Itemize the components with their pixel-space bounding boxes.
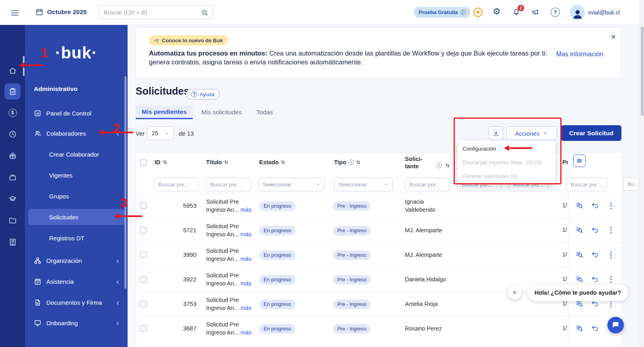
- preview-button[interactable]: [574, 225, 584, 235]
- sidebar-scrollbar-thumb[interactable]: [124, 76, 126, 289]
- filter-input-right[interactable]: [566, 178, 607, 191]
- rail-item-documents[interactable]: [4, 212, 21, 228]
- page-size-select[interactable]: 25: [147, 126, 174, 140]
- row-checkbox[interactable]: [140, 252, 147, 258]
- tab-mis-solicitudes[interactable]: Mis solicitudes: [195, 105, 248, 119]
- sidebar-item-grupos[interactable]: Grupos: [28, 188, 125, 204]
- column-header-solicitante[interactable]: Solici- tante: [405, 155, 423, 170]
- sidebar-item-asistencia[interactable]: Asistencia ‹: [28, 273, 125, 289]
- crear-solicitud-button[interactable]: Crear Solicitud: [561, 125, 621, 141]
- sort-icon[interactable]: [163, 160, 167, 165]
- row-checkbox[interactable]: [140, 202, 147, 209]
- column-header-tipo[interactable]: Tipo ?: [334, 159, 361, 165]
- month-picker[interactable]: Octubre 2025: [35, 8, 87, 16]
- row-more-link[interactable]: más: [240, 207, 251, 213]
- sidebar-item-onboarding[interactable]: Onboarding ‹: [28, 315, 125, 331]
- preview-button[interactable]: [574, 274, 584, 284]
- banner-more-info-link[interactable]: Mas información: [556, 51, 603, 58]
- scrollbar-thumb[interactable]: [641, 27, 644, 116]
- row-progress: 1/: [562, 276, 567, 282]
- trial-badge-label: Prueba Gratuita: [419, 9, 458, 15]
- user-email[interactable]: svial@buk.cl: [588, 9, 620, 16]
- column-header-titulo[interactable]: Título: [206, 159, 229, 165]
- filter-input-solicitante[interactable]: [405, 178, 450, 191]
- sidebar-item-registros-dt[interactable]: Registros DT: [28, 230, 125, 246]
- settings-button[interactable]: ⚙: [493, 6, 501, 17]
- undo-button[interactable]: [590, 323, 600, 333]
- column-settings-button[interactable]: [573, 155, 586, 167]
- help-button[interactable]: ?: [551, 8, 560, 17]
- banner-close-icon[interactable]: ×: [611, 32, 616, 41]
- chat-fab[interactable]: [607, 317, 624, 333]
- chat-dismiss-button[interactable]: ×: [508, 285, 522, 299]
- rail-item-attendance[interactable]: [4, 126, 21, 142]
- undo-button[interactable]: [590, 274, 600, 284]
- row-checkbox[interactable]: [140, 325, 147, 332]
- rail-item-company[interactable]: [4, 234, 21, 250]
- undo-button[interactable]: [590, 200, 600, 210]
- avatar[interactable]: [570, 5, 585, 20]
- search-icon[interactable]: [201, 9, 208, 17]
- ayuda-button[interactable]: ? Ayuda: [186, 89, 220, 99]
- undo-button[interactable]: [590, 225, 600, 235]
- rail-item-talent[interactable]: [4, 169, 21, 185]
- preview-button[interactable]: [574, 250, 584, 259]
- rail-item-training[interactable]: [4, 190, 21, 207]
- row-checkbox[interactable]: [140, 276, 147, 283]
- row-more-link[interactable]: más: [240, 329, 251, 336]
- sidebar-item-documentos-y-firma[interactable]: Documentos y Firma ‹: [28, 294, 125, 310]
- filter-select-estado[interactable]: Seleccionar: [258, 178, 325, 191]
- info-icon[interactable]: ?: [348, 159, 354, 165]
- sidebar-item-vigentes[interactable]: Vigentes: [28, 167, 125, 183]
- tab-mis-pendientes[interactable]: Mis pendientes: [136, 105, 193, 119]
- trial-badge[interactable]: Prueba Gratuita i: [414, 7, 471, 18]
- menu-toggle-button[interactable]: [10, 8, 19, 19]
- filter-input-titulo[interactable]: [206, 178, 251, 191]
- row-id: 3753: [158, 300, 196, 307]
- sort-icon[interactable]: [224, 160, 229, 165]
- column-header-id[interactable]: ID: [155, 159, 167, 165]
- preview-button[interactable]: [574, 323, 584, 333]
- filter-select-tipo[interactable]: Seleccionar: [334, 178, 393, 191]
- sidebar-item-label: Crear Colaborador: [49, 151, 99, 158]
- ayuda-label: Ayuda: [200, 91, 215, 97]
- kebab-button[interactable]: ⋮: [606, 250, 616, 259]
- preview-button[interactable]: [574, 200, 584, 210]
- sidebar-item-organizacion[interactable]: Organización ‹: [28, 252, 125, 269]
- sidebar-item-solicitudes[interactable]: Solicitudes: [28, 209, 125, 225]
- row-more-link[interactable]: más: [240, 280, 251, 287]
- chat-greeting-bubble[interactable]: Hola! ¿Cómo te puedo ayudar?: [527, 284, 628, 301]
- sidebar-item-colaboradores[interactable]: Colaboradores ‹: [28, 125, 125, 141]
- rail-item-requests[interactable]: [4, 83, 21, 99]
- row-checkbox[interactable]: [140, 227, 147, 233]
- filter-input-cut[interactable]: [623, 177, 639, 191]
- sort-icon[interactable]: [281, 160, 285, 165]
- info-icon[interactable]: ?: [436, 163, 442, 168]
- filter-input-id[interactable]: [154, 178, 199, 191]
- kebab-button[interactable]: ⋮: [606, 274, 616, 284]
- rail-item-benefits[interactable]: [4, 147, 21, 163]
- row-more-link[interactable]: más: [240, 256, 251, 262]
- org-chart-icon: [34, 257, 41, 264]
- row-title-text: Solicitud Pre Ingreso An...: [206, 198, 239, 213]
- row-more-link[interactable]: más: [240, 231, 251, 238]
- select-all-checkbox[interactable]: [140, 159, 147, 166]
- chevron-down-icon: [383, 182, 388, 187]
- announcements-button[interactable]: [531, 8, 540, 18]
- tab-todas[interactable]: Todas: [250, 105, 279, 119]
- sort-icon[interactable]: [356, 160, 361, 165]
- sidebar-item-crear-colaborador[interactable]: Crear Colaborador: [28, 146, 125, 162]
- sidebar-item-panel-de-control[interactable]: Panel de Control: [28, 105, 125, 121]
- column-header-progress[interactable]: Pr: [562, 159, 568, 165]
- kebab-button[interactable]: ⋮: [606, 200, 616, 210]
- undo-button[interactable]: [590, 250, 600, 259]
- row-more-link[interactable]: más: [240, 305, 251, 311]
- rail-item-home[interactable]: [4, 62, 21, 78]
- assistant-button[interactable]: [473, 8, 483, 17]
- sort-icon[interactable]: [445, 163, 450, 168]
- rail-item-payroll[interactable]: $: [4, 105, 21, 121]
- kebab-button[interactable]: ⋮: [606, 225, 616, 235]
- row-checkbox[interactable]: [140, 301, 147, 307]
- search-input[interactable]: [99, 6, 213, 19]
- column-header-estado[interactable]: Estado: [259, 159, 285, 165]
